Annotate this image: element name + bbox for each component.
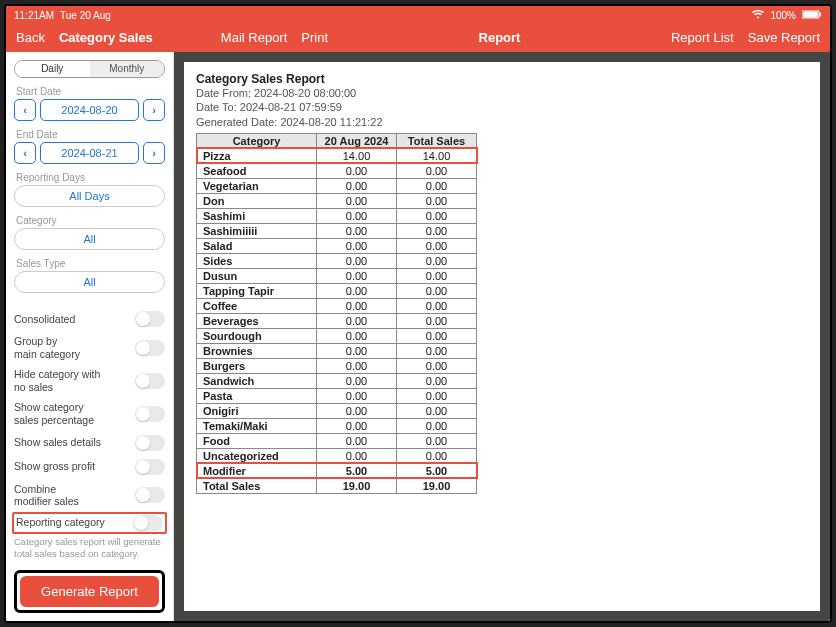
- toggle-groupby-label: Group by main category: [14, 335, 80, 360]
- toggle-combinemod[interactable]: [135, 487, 165, 503]
- table-row: Modifier5.005.00: [197, 463, 477, 478]
- start-date-field[interactable]: 2024-08-20: [40, 99, 139, 121]
- table-row: Vegetarian0.000.00: [197, 178, 477, 193]
- table-row: Pasta0.000.00: [197, 388, 477, 403]
- col-date: 20 Aug 2024: [317, 133, 397, 148]
- table-row: Seafood0.000.00: [197, 163, 477, 178]
- end-date-prev[interactable]: ‹: [14, 142, 36, 164]
- battery-pct: 100%: [770, 10, 796, 21]
- table-row: Salad0.000.00: [197, 238, 477, 253]
- reporting-days-label: Reporting Days: [16, 172, 165, 183]
- generate-report-button[interactable]: Generate Report: [20, 576, 159, 607]
- print-button[interactable]: Print: [301, 30, 328, 45]
- report-generated: Generated Date: 2024-08-20 11:21:22: [196, 115, 808, 129]
- table-row: Temaki/Maki0.000.00: [197, 418, 477, 433]
- toggle-reportingcat[interactable]: [133, 515, 163, 531]
- reporting-days-select[interactable]: All Days: [14, 185, 165, 207]
- table-row: Food0.000.00: [197, 433, 477, 448]
- toggle-grossprofit[interactable]: [135, 459, 165, 475]
- table-row: Dusun0.000.00: [197, 268, 477, 283]
- category-select[interactable]: All: [14, 228, 165, 250]
- table-total-row: Total Sales19.0019.00: [197, 478, 477, 493]
- report-list-button[interactable]: Report List: [671, 30, 734, 45]
- toggle-grossprofit-label: Show gross profit: [14, 460, 95, 473]
- status-bar: 11:21AM Tue 20 Aug 100%: [6, 6, 830, 24]
- end-date-field[interactable]: 2024-08-21: [40, 142, 139, 164]
- toggle-hidenosales-label: Hide category with no sales: [14, 368, 100, 393]
- period-segment[interactable]: Daily Monthly: [14, 60, 165, 78]
- screen-title: Category Sales: [59, 30, 153, 45]
- table-row: Brownies0.000.00: [197, 343, 477, 358]
- report-title: Category Sales Report: [196, 72, 808, 86]
- table-row: Don0.000.00: [197, 193, 477, 208]
- table-row: Coffee0.000.00: [197, 298, 477, 313]
- report-page: Category Sales Report Date From: 2024-08…: [184, 62, 820, 611]
- table-row: Sides0.000.00: [197, 253, 477, 268]
- toggle-showpct[interactable]: [135, 406, 165, 422]
- svg-rect-1: [803, 11, 818, 18]
- category-label: Category: [16, 215, 165, 226]
- table-row: Pizza14.0014.00: [197, 148, 477, 163]
- table-row: Uncategorized0.000.00: [197, 448, 477, 463]
- report-viewport: Category Sales Report Date From: 2024-08…: [174, 52, 830, 621]
- back-button[interactable]: Back: [16, 30, 45, 45]
- table-row: Sourdough0.000.00: [197, 328, 477, 343]
- report-date-to: Date To: 2024-08-21 07:59:59: [196, 100, 808, 114]
- start-date-prev[interactable]: ‹: [14, 99, 36, 121]
- table-row: Sandwich0.000.00: [197, 373, 477, 388]
- toggle-consolidated-label: Consolidated: [14, 313, 75, 326]
- col-category: Category: [197, 133, 317, 148]
- nav-center-title: Report: [479, 30, 521, 45]
- status-time: 11:21AM: [14, 10, 54, 21]
- table-row: Sashimiiiii0.000.00: [197, 223, 477, 238]
- table-row: Sashimi0.000.00: [197, 208, 477, 223]
- battery-icon: [802, 10, 822, 21]
- toggle-consolidated[interactable]: [135, 311, 165, 327]
- toggle-hidenosales[interactable]: [135, 373, 165, 389]
- report-table: Category 20 Aug 2024 Total Sales Pizza14…: [196, 133, 477, 494]
- toggle-showdetails[interactable]: [135, 435, 165, 451]
- svg-rect-2: [820, 12, 822, 16]
- table-row: Tapping Tapir0.000.00: [197, 283, 477, 298]
- seg-daily[interactable]: Daily: [15, 61, 90, 77]
- status-date: Tue 20 Aug: [60, 10, 111, 21]
- table-row: Beverages0.000.00: [197, 313, 477, 328]
- toggle-groupby[interactable]: [135, 340, 165, 356]
- table-row: Burgers0.000.00: [197, 358, 477, 373]
- end-date-label: End Date: [16, 129, 165, 140]
- toggle-showdetails-label: Show sales details: [14, 436, 101, 449]
- start-date-label: Start Date: [16, 86, 165, 97]
- wifi-icon: [752, 10, 764, 21]
- sales-type-label: Sales Type: [16, 258, 165, 269]
- save-report-button[interactable]: Save Report: [748, 30, 820, 45]
- sidebar-help-text: Category sales report will generate tota…: [14, 534, 165, 565]
- col-total: Total Sales: [397, 133, 477, 148]
- toggle-showpct-label: Show category sales percentage: [14, 401, 94, 426]
- generate-report-highlight: Generate Report: [14, 570, 165, 613]
- mail-report-button[interactable]: Mail Report: [221, 30, 287, 45]
- toggle-reportingcat-label: Reporting category: [16, 516, 105, 529]
- top-nav: Back Category Sales Mail Report Print Re…: [6, 24, 830, 52]
- table-row: Onigiri0.000.00: [197, 403, 477, 418]
- sidebar: Daily Monthly Start Date ‹ 2024-08-20 › …: [6, 52, 174, 621]
- report-date-from: Date From: 2024-08-20 08:00:00: [196, 86, 808, 100]
- end-date-next[interactable]: ›: [143, 142, 165, 164]
- sales-type-select[interactable]: All: [14, 271, 165, 293]
- seg-monthly[interactable]: Monthly: [90, 61, 165, 77]
- toggle-combinemod-label: Combine modifier sales: [14, 483, 79, 508]
- start-date-next[interactable]: ›: [143, 99, 165, 121]
